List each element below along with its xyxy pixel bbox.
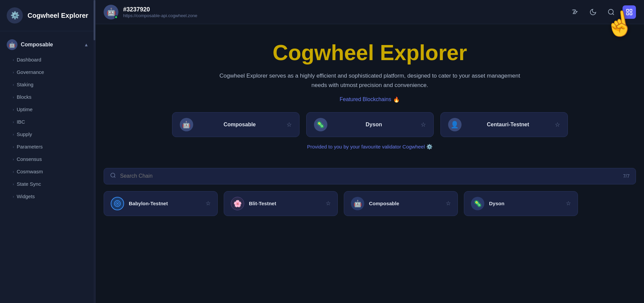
sidebar-item-label: Consensus [17,156,42,162]
chain-card-babylon[interactable]: Babylon-Testnet ☆ [104,191,218,216]
scrollbar-track [94,0,95,303]
sidebar-item-label: Governance [17,69,44,75]
app-name: Cogwheel Explorer [28,11,88,19]
sidebar-item-label: Widgets [17,193,35,199]
translate-button[interactable] [568,5,582,19]
search-section: 7/7 [96,168,644,184]
chevron-up-icon: ▲ [84,42,89,47]
chevron-icon: › [13,107,14,112]
sidebar-item-label: Dashboard [17,57,41,62]
chain-card-blit[interactable]: 🌸 Blit-Testnet ☆ [224,191,338,216]
chain-card-name: Composable [369,201,441,206]
sidebar: ⚙️ Cogwheel Explorer 🤖 Composable ▲ › Da… [0,0,96,303]
sidebar-item-dashboard[interactable]: › Dashboard [0,53,95,66]
search-input[interactable] [120,173,619,179]
star-icon[interactable]: ☆ [566,200,571,207]
star-icon[interactable]: ☆ [421,121,426,128]
chevron-icon: › [13,157,14,161]
chevron-icon: › [13,170,14,174]
sidebar-item-governance[interactable]: › Governance [0,66,95,78]
chevron-icon: › [13,132,14,136]
star-icon[interactable]: ☆ [555,121,560,128]
search-button[interactable] [604,5,618,19]
featured-card-composable[interactable]: 🤖 Composable ☆ [172,112,300,137]
card-avatar: 👤 [448,118,462,131]
search-bar: 7/7 [104,168,636,184]
sidebar-item-consensus[interactable]: › Consensus [0,153,95,165]
star-icon[interactable]: ☆ [326,200,331,207]
star-icon[interactable]: ☆ [206,200,211,207]
sidebar-item-label: Cosmwasm [17,169,43,174]
chain-card-dyson[interactable]: 🦠 Dyson ☆ [464,191,578,216]
svg-rect-2 [630,9,632,11]
provided-by: Provided to you by your favourite valida… [109,144,631,150]
card-avatar: 🦠 [314,118,327,131]
chain-card-composable[interactable]: 🤖 Composable ☆ [344,191,458,216]
chain-card-name: Babylon-Testnet [129,201,201,206]
svg-rect-1 [627,9,629,11]
sidebar-item-state-sync[interactable]: › State Sync [0,178,95,190]
hero-title: Cogwheel Explorer [109,41,631,64]
logo-icon: ⚙️ [7,7,23,24]
star-icon[interactable]: ☆ [446,200,451,207]
sidebar-item-supply[interactable]: › Supply [0,128,95,140]
card-avatar: 🤖 [180,118,193,131]
sidebar-item-label: Staking [17,82,34,87]
chain-avatar-blit: 🌸 [231,197,244,210]
chevron-icon: › [13,95,14,99]
hero-subtitle: Cogwheel Explorer serves as a highly eff… [219,71,521,89]
chevron-icon: › [13,70,14,74]
hero-section: Cogwheel Explorer Cogwheel Explorer serv… [96,24,644,168]
chain-info: #3237920 https://composable-api.cogwheel… [123,6,197,18]
star-icon[interactable]: ☆ [286,121,292,128]
sidebar-item-label: Blocks [17,94,32,100]
chevron-icon: › [13,120,14,124]
sidebar-item-staking[interactable]: › Staking [0,78,95,91]
chain-avatar-dyson: 🦠 [471,197,484,210]
topbar-left: 🤖 #3237920 https://composable-api.cogwhe… [104,5,197,19]
chevron-icon: › [13,145,14,149]
card-name: Centauri-Testnet [466,122,550,128]
profile-button[interactable] [623,5,636,19]
network-name: Composable [21,42,53,48]
main-content: 🤖 #3237920 https://composable-api.cogwhe… [96,0,644,303]
chain-card-name: Dyson [489,201,561,206]
online-indicator [114,15,118,19]
sidebar-item-label: IBC [17,119,25,125]
sidebar-item-cosmwasm[interactable]: › Cosmwasm [0,165,95,178]
sidebar-item-parameters[interactable]: › Parameters [0,140,95,153]
network-left: 🤖 Composable [7,39,53,50]
sidebar-item-blocks[interactable]: › Blocks [0,91,95,103]
chain-list: Babylon-Testnet ☆ 🌸 Blit-Testnet ☆ 🤖 Com… [96,191,644,216]
chain-card-name: Blit-Testnet [249,201,321,206]
topbar-right [568,5,636,19]
sidebar-item-label: Parameters [17,144,43,149]
featured-card-centauri[interactable]: 👤 Centauri-Testnet ☆ [440,112,568,137]
sidebar-item-label: Uptime [17,106,33,112]
sidebar-item-label: State Sync [17,181,41,187]
svg-point-0 [608,9,613,14]
featured-blockchains-link[interactable]: Featured Blockchains 🔥 [340,96,400,103]
svg-rect-4 [630,12,632,14]
chain-url: https://composable-api.cogwheel.zone [123,13,197,18]
sidebar-item-uptime[interactable]: › Uptime [0,103,95,116]
card-name: Composable [198,122,282,128]
featured-card-dyson[interactable]: 🦠 Dyson ☆ [306,112,434,137]
featured-cards: 🤖 Composable ☆ 🦠 Dyson ☆ 👤 Centauri-Test… [109,112,631,137]
svg-point-8 [117,203,118,204]
svg-point-5 [111,173,115,177]
topbar: 🤖 #3237920 https://composable-api.cogwhe… [96,0,644,24]
search-icon [110,172,116,180]
chevron-icon: › [13,83,14,87]
sidebar-item-widgets[interactable]: › Widgets [0,190,95,203]
theme-button[interactable] [586,5,600,19]
chevron-icon: › [13,194,14,199]
app-logo: ⚙️ Cogwheel Explorer [0,0,95,31]
sidebar-network-selector[interactable]: 🤖 Composable ▲ [0,36,95,53]
sidebar-item-label: Supply [17,131,32,137]
scrollbar-thumb[interactable] [94,0,95,40]
chevron-icon: › [13,182,14,186]
network-avatar: 🤖 [7,39,17,50]
card-name: Dyson [332,122,416,128]
sidebar-item-ibc[interactable]: › IBC [0,116,95,128]
